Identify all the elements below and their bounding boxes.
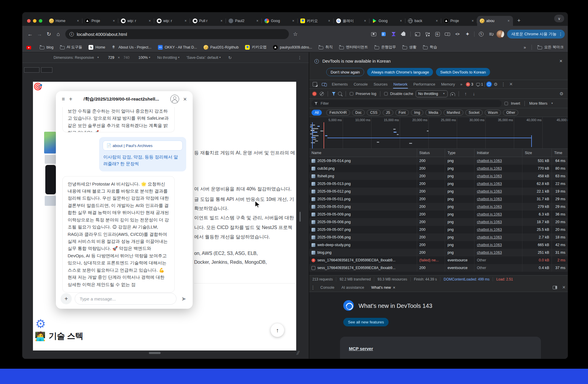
minimize-window-button[interactable] <box>33 19 36 23</box>
type-chip[interactable]: Other <box>503 110 518 116</box>
search-icon[interactable] <box>338 92 342 96</box>
column-header[interactable]: Size <box>522 149 552 157</box>
browser-tab[interactable]: back <box>405 16 441 26</box>
table-row[interactable]: 2025-09-05-009.png 200 png chatbot.js:10… <box>309 211 568 218</box>
drawer-tab-console[interactable]: Console <box>317 285 338 290</box>
browser-tab[interactable]: wip: r <box>118 16 154 26</box>
inspect-element-icon[interactable] <box>313 82 317 86</box>
request-initiator[interactable]: chatbot.js:1063 <box>474 249 522 256</box>
disable-cache-checkbox[interactable] <box>384 92 388 96</box>
reading-list-icon[interactable]: ≡♪ <box>487 29 496 39</box>
tab-close-icon[interactable] <box>255 19 260 23</box>
reload-button[interactable]: ↻ <box>44 29 54 39</box>
filter-input[interactable] <box>320 101 499 106</box>
request-initiator[interactable]: chatbot.js:1063 <box>474 195 522 203</box>
tab-search-chevron-icon[interactable] <box>554 15 564 22</box>
table-row[interactable]: 2025-09-05-011.png 200 png chatbot.js:10… <box>309 195 568 203</box>
table-row[interactable]: 2025-09-05-010.png 200 png chatbot.js:10… <box>309 203 568 211</box>
code-icon[interactable]: <> <box>453 29 462 39</box>
bookmark-item[interactable]: 학습 <box>423 45 437 50</box>
notification-button[interactable]: Always match Chrome's language <box>367 68 433 76</box>
table-row[interactable]: 2025-09-05-008.png 200 png chatbot.js:10… <box>309 218 568 226</box>
request-initiator[interactable]: Other <box>474 256 522 264</box>
column-header[interactable]: Name <box>309 149 417 157</box>
save-data-dropdown[interactable]: 'Save-Data': default <box>186 56 218 60</box>
browser-tab[interactable]: Proje <box>82 16 118 26</box>
request-initiator[interactable]: chatbot.js:1063 <box>474 218 522 226</box>
export-har-icon[interactable]: ↓ <box>471 91 477 96</box>
type-chip[interactable]: Img <box>411 110 423 116</box>
column-header[interactable]: Time <box>552 149 568 157</box>
table-row[interactable]: 2025-09-05-014.png 200 png chatbot.js:10… <box>309 157 568 165</box>
issues-badge[interactable]: 1 <box>476 82 483 86</box>
browser-tab[interactable]: Proje <box>441 16 477 26</box>
viewport-height-input[interactable]: 740 <box>121 55 132 60</box>
network-conditions-icon[interactable] <box>450 92 455 95</box>
tab-close-icon[interactable] <box>393 285 395 290</box>
tab-close-icon[interactable] <box>506 19 511 23</box>
request-initiator[interactable]: Other <box>474 264 522 272</box>
type-chip[interactable]: CSS <box>367 110 381 116</box>
type-chip[interactable]: Media <box>425 110 442 116</box>
import-har-icon[interactable]: ↑ <box>463 91 469 96</box>
table-row[interactable]: 2025-09-05-013.png 200 png chatbot.js:10… <box>309 180 568 188</box>
request-initiator[interactable]: chatbot.js:1063 <box>474 172 522 180</box>
table-row[interactable]: blog.png 200 png chatbot.js:1063 251 kB … <box>309 249 568 256</box>
device-toolbar-toggle-icon[interactable] <box>322 83 326 86</box>
browser-tab[interactable]: Paul2 <box>226 16 262 26</box>
invert-checkbox[interactable] <box>504 102 508 105</box>
bookmark-item[interactable]: AI 도구들 <box>60 45 82 50</box>
bookmark-item[interactable]: 취직 <box>319 45 333 50</box>
request-initiator[interactable]: chatbot.js:1063 <box>474 211 522 218</box>
extension-purple-icon[interactable] <box>389 29 398 39</box>
page-thumbnail[interactable] <box>44 132 56 153</box>
see-all-features-button[interactable]: See all new features <box>343 318 389 326</box>
type-chip[interactable]: Fetch/XHR <box>326 110 350 116</box>
message-input[interactable] <box>75 293 176 305</box>
browser-menu-icon[interactable] <box>558 32 563 36</box>
browser-tab[interactable]: Home <box>46 16 82 26</box>
type-chip[interactable]: All <box>312 110 322 116</box>
devtools-tab[interactable]: Elements <box>329 80 351 89</box>
browser-tab[interactable]: 플레이 <box>334 16 369 26</box>
bookmark-item[interactable] <box>26 45 33 50</box>
home-button[interactable]: ⌂ <box>54 29 63 39</box>
table-row[interactable]: cub3d.png 200 png chatbot.js:1063 770 kB… <box>309 165 568 172</box>
extensions-puzzle-icon[interactable] <box>399 29 408 39</box>
bookmark-item[interactable]: About Us - Project... <box>112 45 151 50</box>
clear-icon[interactable] <box>320 92 324 96</box>
request-initiator[interactable]: chatbot.js:1063 <box>474 203 522 211</box>
page-thumbnail[interactable] <box>45 196 56 206</box>
network-overview-timeline[interactable]: 5,000 ms10,000 ms15,000 ms20,000 ms25,00… <box>309 117 568 149</box>
horizontal-scrollbar-thumb[interactable] <box>149 352 161 354</box>
type-chip[interactable]: Doc <box>352 110 365 116</box>
resize-grip-icon[interactable] <box>297 351 301 356</box>
devtools-close-icon[interactable] <box>507 81 515 88</box>
sparkle-star-icon[interactable]: ✦ <box>463 29 472 39</box>
send-icon[interactable] <box>179 295 188 303</box>
bookmarks-overflow-chevron[interactable]: » <box>524 45 526 50</box>
devtools-tab[interactable]: Memory <box>438 80 458 89</box>
tab-close-icon[interactable] <box>219 19 224 23</box>
devtools-tab[interactable]: Performance <box>410 80 438 89</box>
page-thumbnail[interactable] <box>45 155 56 164</box>
column-header[interactable]: Initiator <box>474 149 522 157</box>
request-initiator[interactable]: chatbot.js:1063 <box>474 188 522 195</box>
tab-close-icon[interactable] <box>147 19 152 23</box>
bookmark-item[interactable]: blog <box>40 45 54 50</box>
picture-in-picture-icon[interactable] <box>369 29 378 39</box>
type-chip[interactable]: Font <box>395 110 409 116</box>
request-initiator[interactable]: chatbot.js:1063 <box>474 180 522 188</box>
bookmark-item[interactable]: paulryu9309.ddns... <box>273 45 312 50</box>
bookmark-item[interactable]: 생활 <box>402 45 417 50</box>
chat-messages[interactable]: 보안 수칙을 준수하는 것이 얼마나 중요한지 강조하고 있습니다. 앞으로의 … <box>56 107 193 293</box>
type-chip[interactable]: JS <box>383 110 393 116</box>
extension-blue-icon[interactable] <box>379 29 388 39</box>
address-bar[interactable]: i localhost:4000/about.html <box>65 29 289 39</box>
table-row[interactable]: 2025-09-05-012.png 200 png chatbot.js:10… <box>309 188 568 195</box>
tab-close-icon[interactable] <box>183 19 188 23</box>
table-row[interactable]: sess_1766409358174_ED9599EC8A_8xxab9... … <box>309 264 568 272</box>
bookmark-item[interactable]: Paul201-R/github <box>204 45 239 50</box>
close-window-button[interactable] <box>27 19 31 23</box>
back-button[interactable]: ← <box>25 29 35 39</box>
